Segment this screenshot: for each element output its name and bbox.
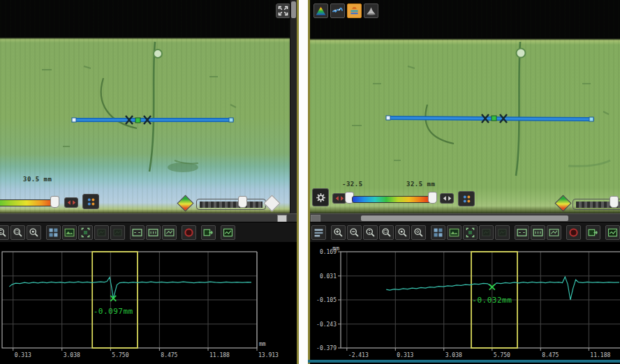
- left-image-viewport[interactable]: 30.5 mm: [0, 0, 297, 213]
- zoom-pan-button[interactable]: [0, 225, 9, 240]
- swap-arrows-button[interactable]: [440, 193, 454, 204]
- zoom-pan-icon: [364, 227, 376, 238]
- expand-button[interactable]: [276, 3, 290, 18]
- view-dim-b-button[interactable]: [495, 225, 510, 240]
- gear-icon: [315, 192, 327, 204]
- svg-text:5.750: 5.750: [112, 352, 128, 358]
- gridlines: [2, 252, 257, 348]
- panel-gap: [299, 0, 308, 364]
- view-dim-a-button[interactable]: [479, 225, 494, 240]
- line-midpoint-handle[interactable]: [492, 116, 496, 121]
- display-mode-toolbar: [313, 3, 381, 18]
- left-vertical-scrollbar[interactable]: [290, 0, 297, 213]
- swap-arrows-button[interactable]: [64, 197, 78, 208]
- record-button[interactable]: [566, 225, 581, 240]
- svg-text:11.188: 11.188: [590, 352, 610, 358]
- zoom-next-icon: [413, 227, 425, 238]
- left-chart-toolbar: [0, 222, 297, 242]
- record-icon: [568, 227, 580, 238]
- svg-text:8.475: 8.475: [161, 352, 177, 358]
- report-button[interactable]: [221, 225, 235, 240]
- measure-box-a-button[interactable]: [130, 225, 145, 240]
- scroll-thumb[interactable]: [291, 1, 296, 18]
- color-scale-gradient[interactable]: [352, 196, 432, 203]
- dots-icon: [85, 196, 97, 208]
- measure-box-b-button[interactable]: [531, 225, 545, 240]
- export-button[interactable]: [586, 225, 600, 240]
- axis-unit-label: mm: [259, 341, 266, 347]
- zoom-pan-button[interactable]: [363, 225, 378, 240]
- report-icon: [607, 227, 619, 238]
- measure-box-c-icon: [548, 227, 560, 238]
- measure-box-b-icon: [147, 227, 159, 238]
- view-grid-button[interactable]: [431, 225, 445, 240]
- view-frame-button[interactable]: [78, 225, 93, 240]
- panel-config-button[interactable]: [311, 225, 326, 240]
- export-button[interactable]: [201, 225, 216, 240]
- right-panel-bottom-highlight: [308, 360, 620, 363]
- measure-box-b-button[interactable]: [146, 225, 161, 240]
- left-profile-chart[interactable]: -0.097mm0.3133.0385.7508.47511.18813.913…: [0, 245, 297, 363]
- zoom-next-button[interactable]: [411, 225, 426, 240]
- view-dim-b-icon: [496, 227, 508, 238]
- axis-ticks: [338, 252, 589, 351]
- svg-text:3.038: 3.038: [445, 352, 462, 358]
- color-scale-max-handle[interactable]: [428, 192, 437, 204]
- rotation-slider-handle[interactable]: [610, 196, 619, 208]
- zoom-window-button[interactable]: [10, 225, 25, 240]
- view-grid-button[interactable]: [46, 225, 61, 240]
- view-image-button[interactable]: [62, 225, 77, 240]
- x-axis-labels: -2.4130.3133.0385.7508.47511.188: [348, 352, 611, 358]
- zoom-prev-button[interactable]: [395, 225, 410, 240]
- color-scale-gradient[interactable]: [0, 199, 57, 206]
- color-scale-max-label: 30.5 mm: [23, 176, 52, 183]
- svg-text:13.913: 13.913: [258, 352, 279, 358]
- height-map-icon: [315, 5, 327, 17]
- split-view-dots-button[interactable]: [82, 194, 99, 209]
- measure-box-c-button[interactable]: [162, 225, 177, 240]
- svg-text:8.475: 8.475: [542, 352, 559, 358]
- swap-arrows-button[interactable]: [332, 193, 346, 204]
- split-view-dots-button[interactable]: [458, 191, 475, 206]
- display-settings-gear-button[interactable]: [312, 188, 329, 206]
- display-mode-profile-wave-button[interactable]: [330, 3, 345, 18]
- display-mode-surface-cone-button[interactable]: [364, 3, 378, 18]
- display-mode-layers-button[interactable]: [347, 3, 362, 18]
- measure-box-a-icon: [516, 227, 528, 238]
- right-chart-toolbar: [310, 222, 620, 242]
- measure-box-a-button[interactable]: [515, 225, 529, 240]
- dots-icon: [461, 193, 473, 205]
- color-scale-max-label: 32.5 mm: [406, 181, 435, 188]
- view-dim-b-button[interactable]: [110, 225, 125, 240]
- view-frame-button[interactable]: [463, 225, 478, 240]
- color-scale-handle[interactable]: [50, 196, 59, 208]
- scroll-thumb[interactable]: [361, 215, 568, 221]
- view-image-icon: [448, 227, 460, 238]
- left-viewer-panel: 30.5 mm -0.097mm0.3133.0385.7508.47511.1…: [0, 0, 297, 364]
- line-midpoint-handle[interactable]: [135, 118, 140, 123]
- layers-icon: [348, 5, 360, 17]
- right-height-profile-section[interactable]: -0.032mm-2.4130.3133.0385.7508.47511.188…: [310, 245, 620, 363]
- y-axis-labels: 0.1690.031-0.105-0.243-0.379: [316, 249, 337, 351]
- report-button[interactable]: [605, 225, 620, 240]
- zoom-out-button[interactable]: [347, 225, 362, 240]
- display-mode-height-map-button[interactable]: [313, 3, 328, 18]
- swap-red-icon: [334, 192, 346, 204]
- right-profile-chart[interactable]: -0.032mm-2.4130.3133.0385.7508.47511.188…: [310, 245, 620, 363]
- rotation-slider-handle[interactable]: [238, 196, 247, 208]
- right-image-viewport[interactable]: -32.5 32.5 mm: [310, 0, 620, 213]
- view-dim-a-button[interactable]: [94, 225, 109, 240]
- record-button[interactable]: [182, 225, 196, 240]
- export-icon: [587, 227, 599, 238]
- view-grid-icon: [47, 227, 59, 238]
- left-height-profile-section[interactable]: -0.097mm0.3133.0385.7508.47511.18813.913…: [0, 245, 297, 363]
- measure-box-c-button[interactable]: [547, 225, 561, 240]
- profile-wave-icon: [332, 5, 344, 17]
- zoom-prev-button[interactable]: [27, 225, 41, 240]
- rotation-slider[interactable]: [196, 199, 266, 210]
- zoom-in-button[interactable]: [331, 225, 346, 240]
- view-image-button[interactable]: [447, 225, 462, 240]
- measure-box-a-icon: [131, 227, 143, 238]
- zoom-window-button[interactable]: [379, 225, 394, 240]
- view-frame-icon: [80, 227, 91, 238]
